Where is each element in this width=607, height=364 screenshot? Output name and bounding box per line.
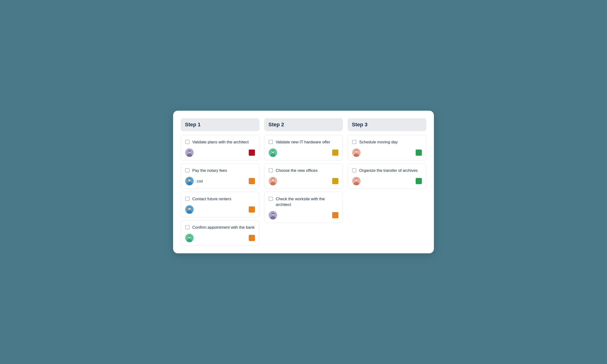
column-header-step2: Step 2 [264, 118, 343, 131]
avatar [352, 177, 361, 185]
svg-point-37 [355, 179, 358, 182]
avatar [185, 148, 194, 157]
column-step1: Step 1Validate plans with the architect … [181, 118, 259, 246]
card-title: Contact future renters [192, 196, 231, 202]
priority-badge [416, 150, 422, 156]
priority-badge [249, 150, 255, 156]
svg-point-24 [272, 179, 274, 182]
card-card-2-3[interactable]: Check the worksite with the architect [264, 192, 343, 223]
card-card-1-4[interactable]: Confirm appointment with the bank [181, 220, 259, 246]
avatar [269, 177, 277, 185]
card-title: Validate new IT hardware offer [276, 139, 330, 145]
card-checkbox[interactable] [185, 197, 189, 201]
card-checkbox[interactable] [185, 225, 189, 229]
card-title: Schedule moving day [359, 139, 398, 145]
column-step3: Step 3Schedule moving day Organize the t… [348, 118, 426, 246]
card-checkbox[interactable] [185, 140, 189, 144]
column-step2: Step 2Validate new IT hardware offer Cho… [264, 118, 343, 246]
svg-point-33 [355, 151, 358, 153]
card-card-1-1[interactable]: Validate plans with the architect [181, 135, 259, 160]
card-title: Organize the transfer of archives [359, 168, 418, 173]
card-checkbox[interactable] [352, 168, 356, 172]
card-card-3-1[interactable]: Schedule moving day [348, 135, 426, 160]
card-title: Check the worksite with the architect [276, 196, 338, 208]
priority-badge [249, 235, 255, 241]
priority-badge [332, 178, 338, 184]
card-card-1-2[interactable]: Pay the notary fees -10d [181, 163, 259, 189]
card-checkbox[interactable] [352, 140, 356, 144]
avatar [185, 234, 194, 242]
priority-badge [332, 150, 338, 156]
overdue-label: -10d [196, 179, 203, 183]
avatar [185, 205, 194, 214]
priority-badge [249, 178, 255, 184]
priority-badge [332, 212, 338, 218]
avatar [269, 211, 277, 220]
card-title: Confirm appointment with the bank [192, 225, 255, 230]
card-checkbox[interactable] [185, 168, 189, 172]
card-card-2-2[interactable]: Choose the new offices [264, 163, 343, 189]
priority-badge [416, 178, 422, 184]
card-card-1-3[interactable]: Contact future renters [181, 192, 259, 217]
card-title: Validate plans with the architect [192, 139, 249, 145]
svg-rect-4 [188, 151, 190, 152]
avatar [269, 148, 277, 157]
avatar [352, 148, 361, 157]
card-checkbox[interactable] [269, 140, 273, 144]
priority-badge [249, 207, 255, 213]
column-header-step3: Step 3 [348, 118, 426, 131]
card-checkbox[interactable] [269, 168, 273, 172]
svg-rect-29 [272, 213, 274, 214]
card-title: Choose the new offices [276, 168, 317, 173]
card-card-3-2[interactable]: Organize the transfer of archives [348, 163, 426, 189]
card-card-2-1[interactable]: Validate new IT hardware offer [264, 135, 343, 160]
avatar [185, 177, 194, 185]
card-checkbox[interactable] [269, 197, 273, 201]
kanban-board: Step 1Validate plans with the architect … [173, 111, 434, 253]
column-header-step1: Step 1 [181, 118, 259, 131]
card-title: Pay the notary fees [192, 168, 227, 173]
